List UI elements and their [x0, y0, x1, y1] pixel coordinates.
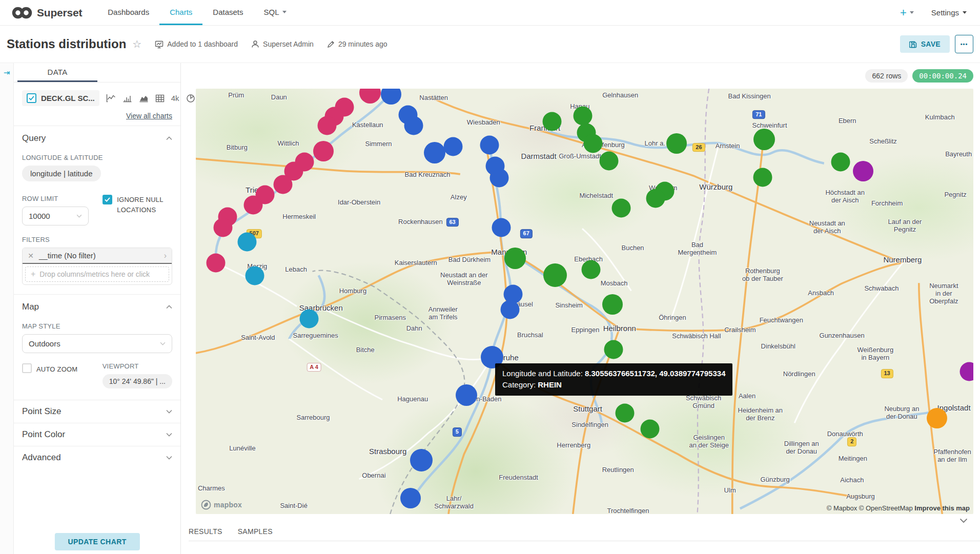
map-point[interactable]: [207, 254, 226, 273]
map-point[interactable]: [666, 133, 687, 154]
map-point[interactable]: [831, 152, 850, 171]
map-point[interactable]: [574, 107, 593, 126]
chart-owner[interactable]: Superset Admin: [251, 40, 314, 48]
pencil-icon: [327, 40, 335, 48]
ignore-null-control[interactable]: IGNORE NULL LOCATIONS: [103, 195, 172, 225]
osm-attribution-link[interactable]: © OpenStreetMap: [859, 504, 913, 512]
map-point[interactable]: [404, 116, 423, 135]
control-panel: DATA DECK.GL SC...: [14, 63, 181, 554]
top-navbar: Superset Dashboards Charts Datasets SQL …: [0, 0, 980, 26]
map-section-header[interactable]: Map: [22, 302, 172, 312]
lonlat-chip[interactable]: longitude | latitude: [22, 166, 101, 181]
viewport-chip[interactable]: 10° 24' 49.86" | ...: [103, 374, 172, 388]
area-chart-icon[interactable]: [139, 94, 149, 102]
favorite-star-icon[interactable]: ☆: [132, 38, 141, 50]
more-actions-button[interactable]: •••: [955, 35, 973, 53]
nav-datasets[interactable]: Datasets: [202, 0, 253, 25]
map-point[interactable]: [318, 116, 337, 135]
chevron-down-icon: [76, 214, 82, 218]
map-point[interactable]: [853, 161, 873, 181]
query-section-header[interactable]: Query: [22, 133, 172, 143]
tab-samples[interactable]: SAMPLES: [238, 527, 273, 536]
new-item-button[interactable]: +: [900, 6, 914, 19]
expand-panel-icon[interactable]: ⇥: [4, 68, 10, 77]
map-point[interactable]: [927, 408, 947, 428]
collapse-results-chevron-icon[interactable]: [959, 518, 968, 523]
checkbox-checked-icon[interactable]: [103, 195, 112, 204]
row-limit-select[interactable]: 10000: [22, 207, 89, 225]
map-point[interactable]: [456, 384, 477, 406]
map-point[interactable]: [753, 129, 775, 150]
map-point[interactable]: [500, 300, 519, 319]
map-point[interactable]: [584, 134, 603, 153]
map-point[interactable]: [238, 232, 257, 251]
update-chart-button[interactable]: UPDATE CHART: [54, 533, 139, 550]
chevron-up-icon: [166, 305, 172, 309]
auto-zoom-label: AUTO ZOOM: [36, 363, 77, 375]
last-modified[interactable]: 29 minutes ago: [327, 40, 387, 48]
line-chart-icon[interactable]: [106, 94, 116, 102]
table-icon[interactable]: [155, 94, 165, 102]
bar-chart-icon[interactable]: [122, 94, 132, 102]
map-point[interactable]: [489, 169, 508, 188]
map-point[interactable]: [214, 218, 233, 237]
map-style-select[interactable]: Outdoors: [22, 334, 172, 353]
map-point[interactable]: [400, 488, 421, 508]
chevron-right-icon: ›: [164, 251, 167, 260]
view-all-charts-link[interactable]: View all charts: [126, 112, 172, 120]
section-advanced[interactable]: Advanced: [14, 446, 180, 469]
pie-chart-icon[interactable]: [186, 94, 195, 103]
map-point[interactable]: [542, 112, 561, 131]
road-shield: 71: [752, 110, 765, 119]
map-point[interactable]: [646, 189, 665, 208]
map-point[interactable]: [273, 175, 292, 194]
map-point[interactable]: [492, 218, 511, 237]
map-point[interactable]: [246, 266, 264, 285]
improve-map-link[interactable]: Improve this map: [914, 504, 970, 512]
tab-results[interactable]: RESULTS: [189, 527, 222, 536]
map-point[interactable]: [602, 294, 623, 315]
map-point[interactable]: [753, 168, 772, 187]
map-point[interactable]: [581, 260, 600, 279]
nav-dashboards[interactable]: Dashboards: [97, 0, 159, 25]
map-point[interactable]: [300, 310, 319, 329]
superset-logo[interactable]: Superset: [11, 0, 82, 25]
map-point[interactable]: [410, 449, 433, 471]
map-point[interactable]: [543, 263, 567, 287]
filter-chip-time[interactable]: ✕ __time (No filter) ›: [23, 248, 172, 264]
section-point-size[interactable]: Point Size: [14, 400, 180, 423]
user-icon: [251, 40, 259, 48]
map-point[interactable]: [504, 248, 526, 269]
viz-type-4k[interactable]: 4k: [171, 94, 179, 102]
map-base-layer: [196, 89, 973, 514]
save-button[interactable]: SAVE: [900, 35, 950, 53]
settings-menu[interactable]: Settings: [931, 8, 967, 17]
dashboards-count[interactable]: Added to 1 dashboard: [155, 40, 238, 49]
map-point[interactable]: [480, 135, 499, 154]
map-point[interactable]: [444, 137, 463, 156]
section-point-color[interactable]: Point Color: [14, 423, 180, 446]
map-point[interactable]: [604, 340, 623, 359]
map-point[interactable]: [611, 199, 630, 218]
nav-charts[interactable]: Charts: [159, 0, 202, 25]
map-point[interactable]: [616, 404, 635, 423]
mapbox-logo[interactable]: mapbox: [201, 500, 242, 510]
auto-zoom-control[interactable]: AUTO ZOOM: [22, 363, 101, 375]
map-point[interactable]: [640, 420, 659, 439]
deckgl-map[interactable]: 71265076367A 45132 PrümDaunNastättenGeln…: [196, 89, 973, 514]
filters-drop-zone[interactable]: + Drop columns/metrics here or click: [25, 266, 169, 282]
viz-type-selected[interactable]: DECK.GL SC...: [22, 90, 99, 106]
map-point[interactable]: [313, 141, 334, 161]
mapbox-attribution-link[interactable]: © Mapbox: [827, 504, 857, 512]
checkbox-unchecked-icon[interactable]: [22, 363, 32, 373]
map-point[interactable]: [599, 152, 618, 171]
plus-icon: +: [31, 270, 35, 279]
query-timer-badge: 00:00:00.24: [912, 69, 973, 83]
page-title: Stations distribution: [7, 37, 126, 51]
row-count-badge: 662 rows: [865, 69, 908, 83]
nav-sql[interactable]: SQL: [254, 0, 297, 25]
tab-data[interactable]: DATA: [17, 63, 97, 82]
map-point[interactable]: [424, 142, 445, 163]
remove-filter-icon[interactable]: ✕: [23, 252, 39, 260]
map-point[interactable]: [244, 196, 263, 215]
